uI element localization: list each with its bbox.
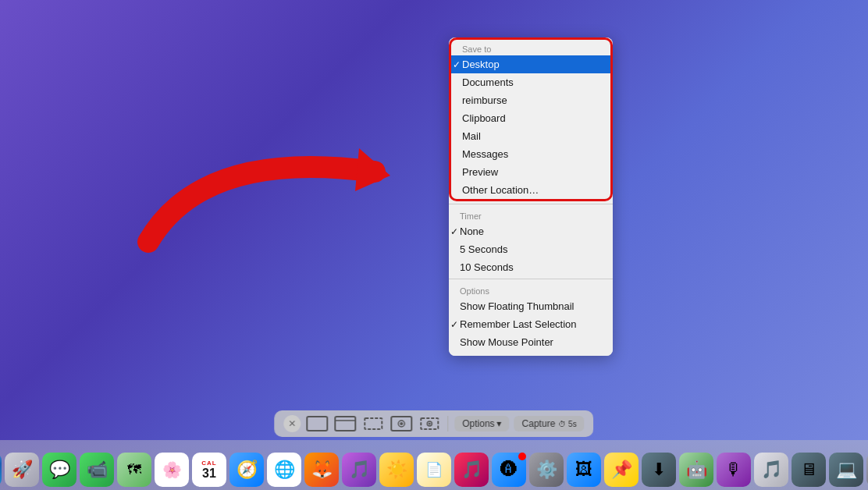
menu-item-reimburse[interactable]: reimburse (451, 91, 610, 109)
dock-launchpad[interactable]: 🚀 (5, 453, 39, 487)
svg-point-10 (429, 423, 431, 425)
checkmark-remember: ✓ (450, 319, 458, 330)
timer-options-section: Timer ✓ None 5 Seconds 10 Seconds Option… (449, 204, 613, 356)
dock-photos2[interactable]: 🖼 (567, 453, 601, 487)
dock-safari[interactable]: 🧭 (229, 453, 264, 487)
menu-item-desktop[interactable]: ✓ Desktop (451, 55, 610, 73)
svg-rect-4 (365, 418, 382, 429)
checkmark-none: ✓ (450, 226, 458, 237)
checkmark-desktop: ✓ (453, 59, 461, 70)
dock-photos[interactable]: 🌸 (155, 453, 189, 487)
dock-chrome[interactable]: 🌐 (267, 453, 301, 487)
dock-podcasts[interactable]: 🎙 (717, 453, 751, 487)
menu-item-none[interactable]: ✓ None (449, 222, 613, 240)
menu-item-clipboard[interactable]: Clipboard (451, 109, 610, 127)
video-selection-button[interactable] (418, 415, 441, 432)
toolbar-separator (447, 416, 448, 431)
dock-stickies[interactable]: 📌 (604, 453, 639, 487)
dock-appstore[interactable]: 🅐 (492, 453, 526, 487)
svg-rect-2 (335, 417, 355, 431)
menu-item-other-location[interactable]: Other Location… (451, 181, 610, 199)
close-button[interactable]: ✕ (283, 415, 301, 432)
menu-item-5sec[interactable]: 5 Seconds (449, 240, 613, 258)
dock-music[interactable]: 🎵 (754, 453, 788, 487)
options-label: Options (449, 282, 613, 297)
dock-finder[interactable]: 🖥 (0, 453, 2, 487)
timer-label: Timer (449, 207, 613, 222)
menu-item-documents[interactable]: Documents (451, 73, 610, 91)
menu-item-floating-thumbnail[interactable]: Show Floating Thumbnail (449, 297, 613, 315)
selection-capture-button[interactable] (361, 415, 385, 432)
options-button[interactable]: Options ▾ (454, 416, 509, 431)
dock: 🖥 🚀 💬 📹 🗺 🌸 CAL 31 🧭 🌐 🦊 🎵 ☀️ 📄 🎵 🅐 (0, 440, 868, 490)
screenshot-toolbar: ✕ Options ▾ (274, 410, 593, 437)
dock-maps[interactable]: 🗺 (117, 453, 151, 487)
red-arrow (125, 101, 422, 257)
video-fullscreen-button[interactable] (390, 415, 413, 432)
dock-brightness[interactable]: ☀️ (379, 453, 414, 487)
menu-item-preview[interactable]: Preview (451, 163, 610, 181)
save-to-section: Save to ✓ Desktop Documents reimburse Cl… (449, 37, 613, 201)
dock-siri[interactable]: 🎵 (342, 453, 376, 487)
menu-item-remember-selection[interactable]: ✓ Remember Last Selection (449, 315, 613, 333)
svg-point-7 (400, 422, 403, 425)
dock-itunes[interactable]: 🎵 (454, 453, 489, 487)
capture-button[interactable]: Capture ⏱ 5s (514, 416, 585, 431)
context-menu: Save to ✓ Desktop Documents reimburse Cl… (449, 37, 613, 356)
menu-item-messages[interactable]: Messages (451, 145, 610, 163)
dock-firefox[interactable]: 🦊 (304, 453, 339, 487)
fullscreen-capture-button[interactable] (305, 415, 329, 432)
dock-facetime[interactable]: 📹 (80, 453, 114, 487)
menu-item-show-mouse[interactable]: Show Mouse Pointer (449, 333, 613, 351)
divider-1 (449, 204, 613, 204)
save-to-label: Save to (451, 40, 610, 55)
dock-screen2[interactable]: 💻 (829, 453, 863, 487)
menu-item-mail[interactable]: Mail (451, 127, 610, 145)
dock-calendar[interactable]: CAL 31 (192, 453, 226, 487)
dock-settings[interactable]: ⚙️ (529, 453, 564, 487)
dock-android[interactable]: 🤖 (679, 453, 713, 487)
divider-2 (449, 279, 613, 279)
dock-notes[interactable]: 📄 (417, 453, 451, 487)
dock-downloads[interactable]: ⬇ (642, 453, 676, 487)
svg-rect-1 (307, 417, 327, 431)
window-capture-button[interactable] (333, 415, 357, 432)
dock-screen1[interactable]: 🖥 (792, 453, 826, 487)
menu-item-10sec[interactable]: 10 Seconds (449, 258, 613, 276)
dock-messages[interactable]: 💬 (42, 453, 76, 487)
